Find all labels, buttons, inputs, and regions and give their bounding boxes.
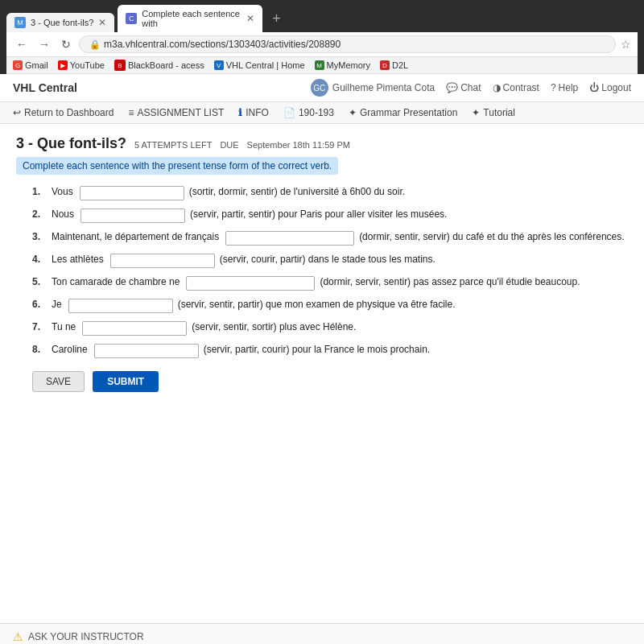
- blackboard-favicon: B: [114, 60, 126, 71]
- tutorial-link[interactable]: ✦ Tutorial: [472, 107, 515, 118]
- vhl-header: VHL Central GC Guilheme Pimenta Cota 💬 C…: [0, 74, 644, 102]
- bookmark-gmail[interactable]: G Gmail: [13, 60, 48, 70]
- activity-instruction: Complete each sentence with the present …: [16, 157, 338, 175]
- vhl-nav: ↩ Return to Dashboard ≡ ASSIGNMENT LIST …: [0, 102, 644, 124]
- ask-instructor-bar[interactable]: ⚠ ASK YOUR INSTRUCTOR: [0, 623, 644, 644]
- logout-link[interactable]: ⏻ Logout: [589, 82, 631, 93]
- question-6: 6. Je (servir, sentir, partir) que mon e…: [32, 299, 628, 313]
- q5-before: Ton camarade de chambre ne: [52, 276, 180, 287]
- address-bar[interactable]: 🔒 m3a.vhlcentral.com/sections/1303403/ac…: [79, 35, 616, 53]
- bookmark-youtube[interactable]: ▶ YouTube: [58, 60, 105, 70]
- help-icon: ?: [551, 82, 556, 93]
- tutorial-icon: ✦: [472, 107, 480, 118]
- youtube-favicon: ▶: [58, 60, 68, 70]
- return-icon: ↩: [13, 107, 21, 118]
- q8-after: (servir, partir, courir) pour la France …: [204, 344, 628, 355]
- ask-instructor-label: ASK YOUR INSTRUCTOR: [28, 631, 144, 642]
- q2-number: 2.: [32, 208, 52, 220]
- bookmark-mymemory-label: MyMemory: [327, 60, 370, 70]
- help-label: Help: [559, 82, 579, 93]
- q2-before: Nous: [52, 208, 74, 220]
- address-text: m3a.vhlcentral.com/sections/1303403/acti…: [104, 39, 341, 50]
- vhlcentral-favicon: V: [214, 60, 224, 70]
- pages-link[interactable]: 📄 190-193: [283, 107, 334, 118]
- tab-2[interactable]: C Complete each sentence with ✕: [118, 5, 262, 32]
- activity-due-date: September 18th 11:59 PM: [247, 140, 350, 150]
- activity-due-label: DUE: [220, 140, 238, 150]
- q4-after: (servir, courir, partir) dans le stade t…: [220, 254, 628, 265]
- vhl-user-name: Guilheme Pimenta Cota: [332, 82, 435, 93]
- vhl-user: GC Guilheme Pimenta Cota: [311, 79, 435, 97]
- contrast-link[interactable]: ◑ Contrast: [493, 82, 539, 93]
- forward-button[interactable]: →: [35, 36, 53, 52]
- q7-after: (servir, sentir, sortir) plus avec Hélèn…: [192, 321, 628, 332]
- vhl-avatar: GC: [311, 79, 328, 97]
- q8-input[interactable]: [94, 344, 199, 358]
- vhl-logo: VHL Central: [13, 81, 77, 94]
- logout-label: Logout: [601, 82, 631, 93]
- pages-icon: 📄: [283, 107, 295, 118]
- address-bar-row: ← → ↻ 🔒 m3a.vhlcentral.com/sections/1303…: [6, 32, 638, 57]
- question-5: 5. Ton camarade de chambre ne (dormir, s…: [32, 276, 628, 291]
- list-icon: ≡: [128, 107, 134, 118]
- bookmark-vhlcentral-label: VHL Central | Home: [226, 60, 305, 70]
- bookmark-vhlcentral[interactable]: V VHL Central | Home: [214, 60, 305, 70]
- grammar-link[interactable]: ✦ Grammar Presentation: [349, 107, 457, 118]
- bookmark-youtube-label: YouTube: [70, 60, 105, 70]
- tab-1-close[interactable]: ✕: [98, 17, 106, 28]
- new-tab-button[interactable]: +: [266, 9, 287, 29]
- return-label: Return to Dashboard: [24, 107, 114, 118]
- q8-before: Caroline: [52, 344, 88, 355]
- bookmark-mymemory[interactable]: M MyMemory: [315, 60, 370, 70]
- chat-label: Chat: [460, 82, 481, 93]
- bookmark-d2l[interactable]: D D2L: [380, 60, 408, 70]
- back-button[interactable]: ←: [13, 36, 31, 52]
- q4-input[interactable]: [110, 254, 215, 268]
- tab-1[interactable]: M 3 - Que font-ils? ✕: [6, 13, 114, 32]
- activity-attempts: 5 ATTEMPTS LEFT: [134, 140, 212, 150]
- q3-after: (dormir, sentir, servir) du café et du t…: [359, 231, 628, 242]
- d2l-favicon: D: [380, 60, 390, 70]
- q5-number: 5.: [32, 276, 52, 287]
- reload-button[interactable]: ↻: [58, 36, 74, 52]
- q3-before: Maintenant, le département de français: [52, 231, 219, 242]
- q6-input[interactable]: [68, 299, 173, 313]
- chat-link[interactable]: 💬 Chat: [446, 82, 481, 93]
- q7-input[interactable]: [82, 321, 187, 336]
- activity-title-row: 3 - Que font-ils? 5 ATTEMPTS LEFT DUE Se…: [16, 135, 628, 152]
- bookmark-blackboard[interactable]: B BlackBoard - acess: [114, 60, 204, 71]
- bookmark-d2l-label: D2L: [392, 60, 408, 70]
- contrast-icon: ◑: [493, 82, 501, 93]
- activity-title: 3 - Que font-ils?: [16, 135, 126, 152]
- q4-number: 4.: [32, 254, 52, 265]
- help-link[interactable]: ? Help: [551, 82, 578, 93]
- vhl-content: 3 - Que font-ils? 5 ATTEMPTS LEFT DUE Se…: [0, 124, 644, 623]
- vhl-avatar-initials: GC: [313, 84, 325, 93]
- bookmark-star-icon[interactable]: ☆: [621, 38, 631, 51]
- submit-button[interactable]: SUBMIT: [93, 371, 159, 392]
- tab-2-close[interactable]: ✕: [246, 13, 254, 24]
- q6-before: Je: [52, 299, 62, 310]
- q2-input[interactable]: [80, 208, 185, 223]
- browser-chrome: M 3 - Que font-ils? ✕ C Complete each se…: [0, 0, 644, 74]
- assignment-list-label: ASSIGNMENT LIST: [137, 107, 224, 118]
- q3-number: 3.: [32, 231, 52, 242]
- vhl-header-right: GC Guilheme Pimenta Cota 💬 Chat ◑ Contra…: [311, 79, 631, 97]
- save-button[interactable]: SAVE: [32, 371, 85, 392]
- q1-after: (sortir, dormir, sentir) de l'université…: [189, 186, 628, 197]
- tab-bar: M 3 - Que font-ils? ✕ C Complete each se…: [6, 5, 638, 32]
- q7-before: Tu ne: [52, 321, 76, 332]
- assignment-list-link[interactable]: ≡ ASSIGNMENT LIST: [128, 107, 224, 118]
- q3-input[interactable]: [225, 231, 354, 246]
- info-link[interactable]: ℹ INFO: [238, 107, 269, 118]
- q1-input[interactable]: [80, 186, 184, 200]
- contrast-label: Contrast: [503, 82, 539, 93]
- q5-input[interactable]: [186, 276, 315, 291]
- q4-before: Les athlètes: [52, 254, 104, 265]
- action-row: SAVE SUBMIT: [16, 371, 628, 392]
- mymemory-favicon: M: [315, 60, 324, 70]
- tab-2-favicon: C: [126, 13, 137, 24]
- questions-list: 1. Vous (sortir, dormir, sentir) de l'un…: [16, 186, 628, 358]
- return-to-dashboard[interactable]: ↩ Return to Dashboard: [13, 107, 114, 118]
- bookmark-blackboard-label: BlackBoard - acess: [128, 60, 204, 70]
